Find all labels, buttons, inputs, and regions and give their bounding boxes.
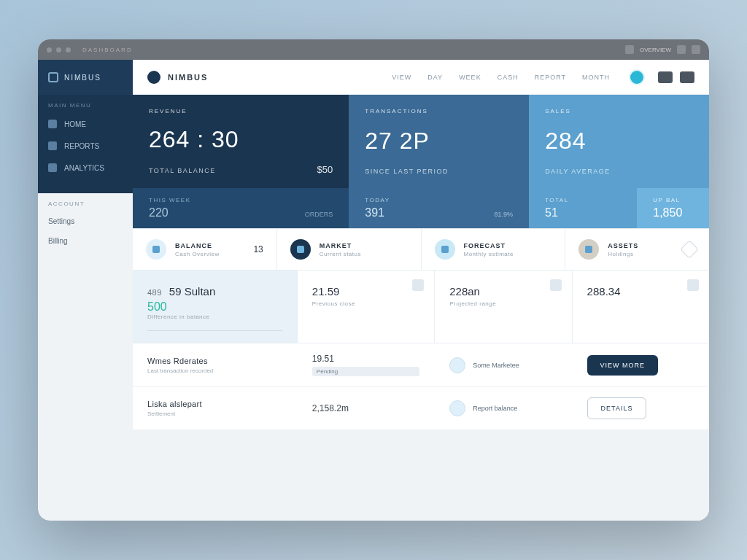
substat-value: 51	[545, 206, 558, 219]
sidebar-item-reports[interactable]: REPORTS	[38, 135, 133, 157]
card-sub: Monthly estimate	[464, 251, 552, 257]
app-window: DASHBOARD OVERVIEW NIMBUS MAIN MENU HOME…	[38, 39, 709, 521]
view-more-button[interactable]: VIEW MORE	[587, 355, 659, 376]
chart-icon	[48, 141, 57, 150]
nav-month[interactable]: MONTH	[582, 74, 610, 81]
page-title: NIMBUS	[168, 73, 208, 82]
forecast-icon	[435, 239, 455, 260]
sidebar-item-analytics[interactable]: ANALYTICS	[38, 157, 133, 179]
metric-sub: Difference in balance	[147, 314, 282, 320]
avatar[interactable]	[629, 69, 645, 85]
sidebar-lower: ACCOUNT Settings Billing	[38, 193, 133, 521]
list-badge: Some Marketee	[449, 357, 557, 373]
metric-sub: Previous close	[312, 300, 419, 307]
sidebar-item-label: Settings	[48, 217, 74, 225]
market-icon	[290, 239, 311, 260]
substat-week: THIS WEEK 220 ORDERS	[133, 188, 349, 228]
stat-value: 284	[545, 128, 693, 155]
stat-label: TRANSACTIONS	[365, 108, 513, 114]
metrics-row: 489 59 Sultan 500 Difference in balance …	[133, 270, 709, 343]
card-icon[interactable]	[658, 71, 673, 83]
info-icon[interactable]	[687, 279, 699, 291]
category-icon	[449, 400, 465, 416]
list-badge: Report balance	[449, 400, 557, 416]
list-title: Wmes Rderates	[147, 357, 282, 365]
substat-extra: 81.9%	[495, 211, 514, 218]
traffic-light-close[interactable]	[47, 47, 52, 52]
topbar-actions	[658, 71, 694, 83]
substat-today: TODAY 391 81.9%	[349, 188, 529, 228]
metric-big: 228an	[449, 285, 557, 298]
sidebar-item-billing[interactable]: Billing	[38, 231, 133, 251]
card-title: ASSETS	[608, 242, 674, 249]
app-shell: NIMBUS MAIN MENU HOME REPORTS ANALYTICS …	[38, 60, 709, 521]
metric-big: 21.59	[312, 285, 419, 298]
sub-stats-row: THIS WEEK 220 ORDERS TODAY 391 81.9% TOT…	[133, 188, 709, 228]
nav-week[interactable]: WEEK	[459, 74, 481, 81]
card-assets[interactable]: ASSETS Holdings	[565, 229, 709, 270]
card-sub: Holdings	[608, 251, 674, 257]
traffic-light-min[interactable]	[56, 47, 61, 52]
grid-icon[interactable]	[677, 45, 686, 54]
stat-label: SALES	[545, 108, 693, 114]
substat-value: 220	[149, 206, 169, 219]
card-title: BALANCE	[175, 242, 244, 249]
stat-value: 27 2P	[365, 128, 513, 155]
details-button[interactable]: DETAILS	[587, 397, 647, 419]
stat-sales: SALES 284 DAILY AVERAGE	[529, 95, 709, 188]
list-sub: Settlement	[147, 411, 282, 417]
sidebar-item-settings[interactable]: Settings	[38, 211, 133, 231]
stat-foot: SINCE LAST PERIOD	[365, 168, 513, 175]
list-value: 19.51	[312, 354, 419, 364]
traffic-light-max[interactable]	[66, 47, 71, 52]
sidebar-item-label: REPORTS	[64, 142, 99, 150]
home-icon	[48, 120, 57, 128]
info-icon[interactable]	[550, 279, 562, 291]
card-number: 13	[253, 244, 263, 254]
url-bar: DASHBOARD	[82, 47, 621, 53]
nav-cash[interactable]: CASH	[498, 74, 519, 81]
topbar: NIMBUS VIEW DAY WEEK CASH REPORT MONTH	[133, 60, 709, 95]
sidebar-item-label: ANALYTICS	[64, 164, 104, 172]
status-badge: Pending	[312, 367, 419, 376]
sidebar-header: NIMBUS	[38, 60, 133, 95]
badge-text: Some Marketee	[473, 362, 519, 369]
more-icon[interactable]	[692, 45, 700, 54]
substat-label: TODAY	[365, 197, 513, 203]
stat-value: 264 : 30	[149, 126, 333, 153]
category-icon	[449, 357, 465, 373]
card-balance[interactable]: BALANCE Cash Overview 13	[133, 229, 276, 270]
chrome-toolbar: OVERVIEW	[625, 45, 700, 54]
transaction-list: Wmes Rderates Last transaction recorded …	[133, 343, 709, 430]
card-title: FORECAST	[464, 242, 552, 249]
bell-icon[interactable]	[625, 45, 634, 54]
substat-label: TOTAL	[545, 197, 621, 203]
wallet-icon[interactable]	[680, 71, 694, 83]
sidebar-item-home[interactable]: HOME	[38, 113, 133, 135]
summary-cards: BALANCE Cash Overview 13 MARKET Current …	[133, 228, 709, 270]
badge-text: Report balance	[473, 405, 517, 412]
substat-value: 1,850	[653, 206, 682, 219]
balance-icon	[146, 239, 166, 260]
card-title: MARKET	[320, 242, 408, 249]
list-item: Wmes Rderates Last transaction recorded …	[133, 343, 709, 387]
card-market[interactable]: MARKET Current status	[277, 229, 421, 270]
stat-transactions: TRANSACTIONS 27 2P SINCE LAST PERIOD	[349, 95, 529, 188]
nav-day[interactable]: DAY	[427, 74, 443, 81]
divider	[147, 330, 282, 331]
main-content: NIMBUS VIEW DAY WEEK CASH REPORT MONTH	[133, 60, 709, 521]
metric-top: 489	[147, 288, 162, 297]
metric-3: 228an Projected range	[435, 271, 571, 343]
card-forecast[interactable]: FORECAST Monthly estimate	[422, 229, 565, 270]
info-icon[interactable]	[412, 279, 424, 291]
sidebar-section-label: MAIN MENU	[38, 95, 133, 113]
stat-label: REVENUE	[149, 108, 333, 114]
nav-view[interactable]: VIEW	[392, 74, 411, 81]
hero-stats: REVENUE 264 : 30 TOTAL BALANCE $50 TRANS…	[133, 95, 709, 188]
metric-primary: 489 59 Sultan 500 Difference in balance	[133, 271, 297, 343]
metric-big: 288.34	[587, 285, 694, 298]
nav-report[interactable]: REPORT	[535, 74, 566, 81]
substat-value: 391	[365, 206, 384, 219]
metric-big: 59 Sultan	[169, 285, 215, 298]
list-title: Liska alslepart	[147, 400, 282, 408]
